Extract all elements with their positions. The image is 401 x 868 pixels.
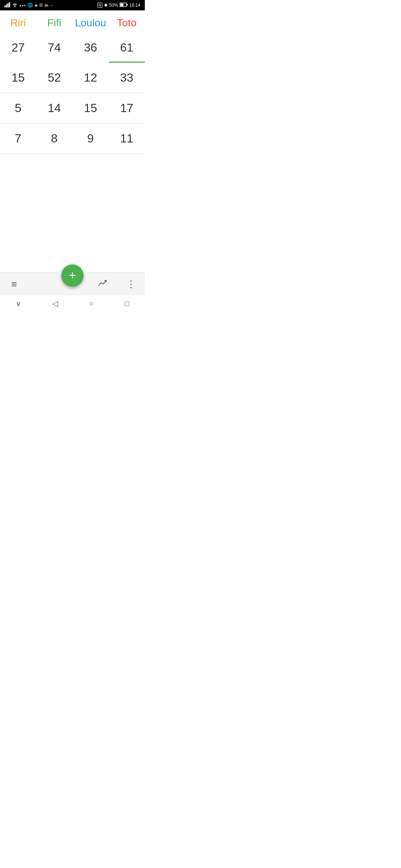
- status-left-icons: ●●● 🌐 ◈ ⦿ in ···: [4, 2, 53, 9]
- svg-rect-0: [4, 6, 6, 7]
- score-r3-fifi[interactable]: 14: [36, 93, 73, 123]
- player-toto[interactable]: Toto: [109, 17, 145, 29]
- score-r2-loulou[interactable]: 12: [72, 63, 109, 93]
- score-r1-loulou[interactable]: 36: [72, 33, 109, 63]
- sys-home-button[interactable]: ○: [89, 299, 94, 308]
- score-r4-riri[interactable]: 7: [0, 124, 36, 154]
- nav-menu-button[interactable]: ≡: [5, 279, 23, 290]
- score-row-4: 7 8 9 11: [0, 124, 145, 154]
- svg-rect-1: [6, 4, 7, 7]
- data-icon: ●●●: [19, 3, 26, 7]
- fab-container: +: [59, 262, 86, 289]
- sys-recents-button[interactable]: □: [125, 299, 129, 308]
- status-right-icons: N ✱ 50% 16:14: [97, 3, 140, 8]
- player-fifi[interactable]: Fifi: [36, 17, 73, 29]
- score-row-3: 5 14 15 17: [0, 93, 145, 124]
- add-score-button[interactable]: +: [61, 264, 84, 287]
- globe-icon: 🌐: [27, 3, 33, 8]
- battery-text: 50%: [109, 3, 118, 8]
- plus-icon: +: [69, 269, 76, 281]
- chart-icon: [98, 279, 108, 289]
- status-bar: ●●● 🌐 ◈ ⦿ in ··· N ✱ 50% 16:14: [0, 0, 145, 10]
- more-dots-icon: ⋮: [126, 279, 135, 290]
- sys-back-button[interactable]: ◁: [52, 299, 58, 308]
- score-row-2: 15 52 12 33: [0, 63, 145, 93]
- nav-more-button[interactable]: ⋮: [122, 279, 140, 290]
- bluetooth-icon: ✱: [104, 3, 108, 8]
- hamburger-icon: ≡: [11, 279, 17, 290]
- linkedin-icon: in: [45, 3, 48, 7]
- svg-rect-2: [7, 3, 9, 7]
- system-nav-bar: ∨ ◁ ○ □: [0, 295, 145, 313]
- score-r2-fifi[interactable]: 52: [36, 63, 73, 93]
- score-r1-riri[interactable]: 27: [0, 33, 36, 63]
- score-r3-toto[interactable]: 17: [109, 93, 145, 123]
- nfc-icon: N: [97, 3, 102, 8]
- score-r4-fifi[interactable]: 8: [36, 124, 73, 154]
- more-icon: ···: [50, 3, 53, 8]
- cast-icon: ◈: [35, 3, 38, 8]
- svg-rect-3: [9, 2, 10, 7]
- nav-chart-button[interactable]: [94, 279, 112, 289]
- player-loulou[interactable]: Loulou: [72, 17, 109, 29]
- svg-rect-6: [120, 3, 123, 6]
- score-r4-toto[interactable]: 11: [109, 124, 145, 154]
- score-row-1: 27 74 36 61: [0, 33, 145, 63]
- player-header: Riri Fifi Loulou Toto: [0, 10, 145, 33]
- score-r3-loulou[interactable]: 15: [72, 93, 109, 123]
- bottom-nav-wrap: + ≡ ⋮: [0, 272, 145, 295]
- wifi-icon: [12, 2, 18, 9]
- score-r4-loulou[interactable]: 9: [72, 124, 109, 154]
- player-riri[interactable]: Riri: [0, 17, 36, 29]
- score-r1-toto[interactable]: 61: [109, 33, 145, 63]
- whatsapp-icon: ⦿: [39, 3, 43, 7]
- score-r2-riri[interactable]: 15: [0, 63, 36, 93]
- score-r2-toto[interactable]: 33: [109, 63, 145, 93]
- battery-icon: [120, 3, 128, 8]
- score-r1-fifi[interactable]: 74: [36, 33, 73, 63]
- time-display: 16:14: [129, 3, 140, 8]
- scores-container: 27 74 36 61 15 52 12 33 5 14 15 17 7 8 9…: [0, 33, 145, 272]
- sys-chevron-button[interactable]: ∨: [16, 299, 21, 308]
- svg-rect-5: [127, 4, 128, 6]
- score-r3-riri[interactable]: 5: [0, 93, 36, 123]
- signal-icon: [4, 2, 10, 9]
